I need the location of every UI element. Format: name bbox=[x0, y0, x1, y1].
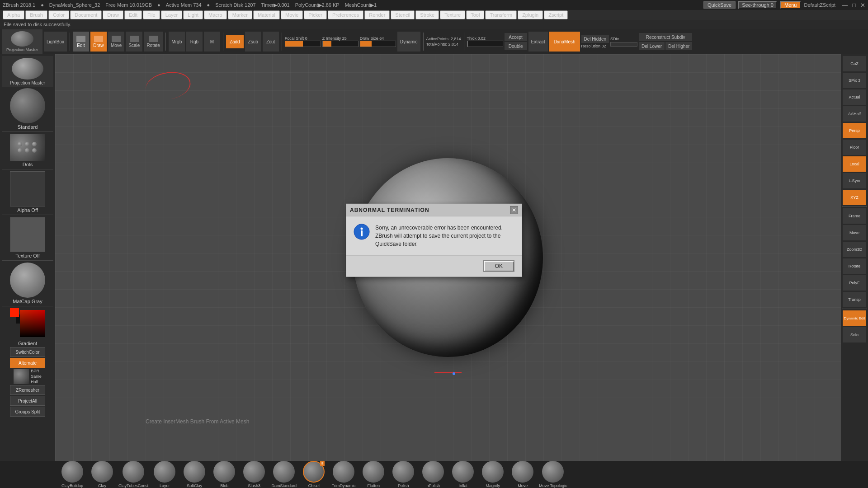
dialog-title-bar: ABNORMAL TERMINATION ✕ bbox=[346, 204, 522, 216]
svg-rect-2 bbox=[361, 230, 363, 236]
dialog-body: Sorry, an unrecoverable error has been e… bbox=[346, 216, 522, 255]
dialog-ok-button[interactable]: OK bbox=[483, 260, 514, 272]
svg-point-1 bbox=[361, 227, 363, 230]
dialog-title: ABNORMAL TERMINATION bbox=[350, 207, 429, 213]
dialog-message: Sorry, an unrecoverable error has been e… bbox=[375, 224, 514, 248]
dialog-footer: OK bbox=[346, 255, 522, 277]
dialog-close-button[interactable]: ✕ bbox=[510, 206, 518, 214]
dialog-overlay: ABNORMAL TERMINATION ✕ Sorry, an unrecov… bbox=[0, 0, 868, 488]
info-icon bbox=[354, 224, 370, 240]
error-dialog: ABNORMAL TERMINATION ✕ Sorry, an unrecov… bbox=[346, 204, 522, 277]
